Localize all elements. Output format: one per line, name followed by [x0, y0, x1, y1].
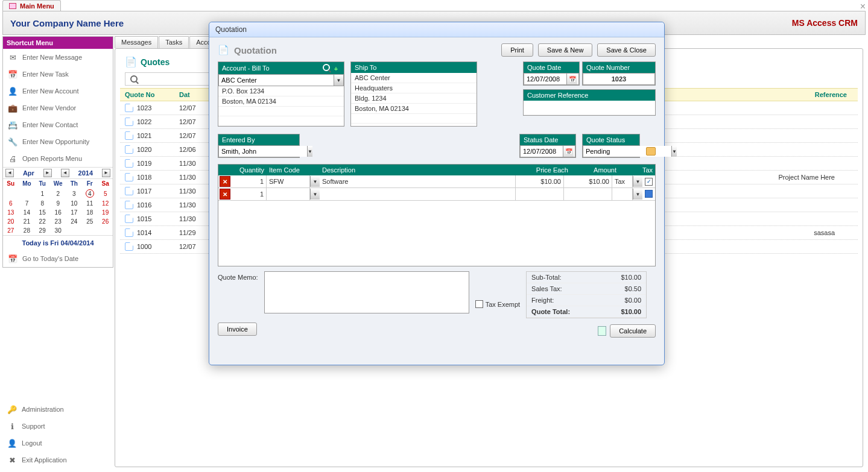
tab[interactable]: Messages — [115, 36, 158, 48]
goto-today-button[interactable]: 📅 Go to Today's Date — [3, 250, 113, 267]
line-tax[interactable] — [612, 188, 633, 200]
calendar-day[interactable]: 13 — [3, 208, 18, 217]
line-amount[interactable] — [564, 188, 612, 200]
calendar-day[interactable]: 6 — [3, 199, 18, 208]
calendar-day[interactable]: 17 — [66, 208, 81, 217]
dropdown-arrow-icon[interactable]: ▼ — [310, 189, 320, 200]
calendar-day[interactable]: 14 — [18, 208, 35, 217]
sidebar-item[interactable]: ✉Enter New Message — [3, 49, 113, 66]
line-qty[interactable]: 1 — [232, 175, 267, 187]
delete-line-button[interactable]: ✕ — [220, 189, 230, 200]
search-icon[interactable] — [323, 64, 330, 71]
window-tab[interactable]: Main Menu — [2, 0, 61, 11]
calendar-day[interactable]: 26 — [98, 217, 113, 226]
bill-to-company[interactable] — [219, 75, 334, 86]
invoice-button[interactable]: Invoice — [218, 323, 257, 336]
sidebar-item[interactable]: 👤Enter New Account — [3, 83, 113, 99]
calendar-day[interactable]: 27 — [3, 226, 18, 235]
quote-status-value[interactable] — [583, 146, 671, 157]
sidebar-bottom-item[interactable]: ✖Exit Application — [2, 452, 113, 468]
calendar-day[interactable] — [66, 226, 81, 235]
ship-to-line4[interactable]: Boston, MA 02134 — [351, 104, 477, 114]
tax-checkbox[interactable]: ✓ — [645, 178, 653, 186]
line-row[interactable]: ✕1▼▼ — [218, 188, 655, 201]
calendar-day[interactable]: 3 — [66, 188, 81, 199]
calendar-day[interactable]: 4 — [81, 188, 98, 199]
dropdown-arrow-icon[interactable]: ▼ — [307, 146, 312, 157]
entered-by-value[interactable] — [219, 146, 307, 157]
plus-icon[interactable]: + — [332, 65, 340, 72]
calendar-day[interactable]: 2 — [49, 188, 67, 199]
status-date-input[interactable] — [521, 146, 563, 157]
dropdown-arrow-icon[interactable]: ▼ — [334, 75, 343, 86]
calendar-day[interactable]: 30 — [49, 226, 67, 235]
year-prev-button[interactable]: ◄ — [61, 169, 69, 177]
calendar-day[interactable]: 5 — [98, 188, 113, 199]
bill-to-line5[interactable] — [218, 116, 344, 126]
dropdown-arrow-icon[interactable]: ▼ — [310, 176, 320, 187]
ship-to-line5[interactable] — [351, 114, 477, 124]
line-price[interactable] — [516, 188, 564, 200]
ship-to-line2[interactable]: Headquaters — [351, 83, 477, 93]
calendar-day[interactable]: 24 — [66, 217, 81, 226]
calendar-day[interactable]: 25 — [81, 217, 98, 226]
bill-to-line4[interactable] — [218, 107, 344, 116]
customer-ref-input[interactable] — [524, 101, 655, 115]
calendar-day[interactable]: 21 — [18, 217, 35, 226]
calendar-day[interactable] — [18, 188, 35, 199]
line-row[interactable]: ✕1SFW▼Software$10.00$10.00Tax▼✓ — [218, 175, 655, 188]
calendar-day[interactable]: 28 — [18, 226, 35, 235]
folder-icon[interactable] — [646, 147, 656, 156]
calendar-day[interactable]: 15 — [35, 208, 49, 217]
year-next-button[interactable]: ► — [102, 169, 110, 177]
month-prev-button[interactable]: ◄ — [5, 169, 14, 177]
calendar-day[interactable]: 10 — [66, 199, 81, 208]
sidebar-bottom-item[interactable]: 👤Logout — [2, 435, 113, 452]
calendar-day[interactable]: 18 — [81, 208, 98, 217]
line-qty[interactable]: 1 — [232, 188, 267, 200]
bill-to-company-select[interactable]: ▼ — [218, 74, 344, 86]
bill-to-line2[interactable]: P.O. Box 1234 — [218, 86, 344, 96]
dropdown-arrow-icon[interactable]: ▼ — [633, 176, 642, 187]
line-desc[interactable] — [320, 188, 516, 200]
search-box[interactable] — [125, 72, 209, 86]
print-button[interactable]: Print — [501, 43, 533, 57]
calculate-button[interactable]: Calculate — [610, 324, 656, 338]
quote-date-input[interactable] — [524, 74, 566, 84]
sidebar-bottom-item[interactable]: 🔑Administration — [2, 401, 113, 418]
calendar-day[interactable] — [98, 226, 113, 235]
save-close-button[interactable]: Save & Close — [597, 43, 656, 57]
line-tax[interactable]: Tax — [612, 175, 633, 187]
calendar-day[interactable]: 22 — [35, 217, 49, 226]
calendar-day[interactable] — [3, 188, 18, 199]
calendar-day[interactable]: 16 — [49, 208, 67, 217]
ship-to-line3[interactable]: Bldg. 1234 — [351, 93, 477, 104]
save-new-button[interactable]: Save & New — [538, 43, 593, 57]
quote-status-select[interactable]: ▼ — [583, 145, 639, 157]
sidebar-item[interactable]: 🖨Open Reports Menu — [3, 150, 113, 167]
month-next-button[interactable]: ► — [43, 169, 52, 177]
sidebar-bottom-item[interactable]: ℹSupport — [2, 418, 113, 435]
calendar-day[interactable]: 1 — [35, 188, 49, 199]
calendar-day[interactable]: 23 — [49, 217, 67, 226]
line-price[interactable]: $10.00 — [516, 175, 564, 187]
tax-exempt-checkbox[interactable] — [475, 300, 483, 308]
line-amount[interactable]: $10.00 — [564, 175, 612, 187]
calendar-day[interactable] — [81, 226, 98, 235]
calendar-day[interactable]: 12 — [98, 199, 113, 208]
quote-memo-textarea[interactable] — [264, 271, 469, 313]
calendar-day[interactable]: 29 — [35, 226, 49, 235]
delete-line-button[interactable]: ✕ — [220, 176, 230, 187]
sidebar-item[interactable]: 🔧Enter New Opportunity — [3, 133, 113, 150]
calendar-day[interactable]: 7 — [18, 199, 35, 208]
sidebar-item[interactable]: 📅Enter New Task — [3, 66, 113, 83]
sidebar-item[interactable]: 💼Enter New Vendor — [3, 99, 113, 116]
calendar-icon[interactable]: 📅 — [563, 146, 574, 157]
ship-to-line1[interactable]: ABC Center — [351, 73, 477, 83]
entered-by-select[interactable]: ▼ — [218, 145, 299, 157]
tab[interactable]: Tasks — [159, 36, 189, 48]
dropdown-arrow-icon[interactable]: ▼ — [671, 146, 677, 157]
calendar-day[interactable]: 8 — [35, 199, 49, 208]
calendar-icon[interactable]: 📅 — [566, 74, 577, 84]
line-code[interactable] — [267, 188, 310, 200]
